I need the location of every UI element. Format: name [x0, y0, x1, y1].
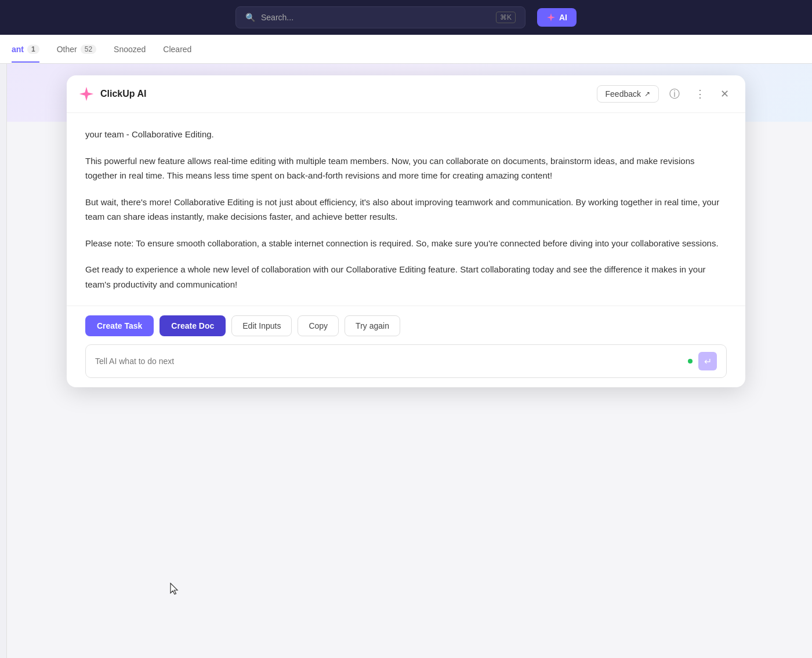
content-paragraph-1: your team - Collaborative Editing.	[85, 127, 727, 142]
modal-title-text: ClickUp AI	[100, 89, 146, 99]
edit-inputs-label: Edit Inputs	[242, 321, 281, 330]
create-doc-label: Create Doc	[171, 321, 214, 330]
ai-button[interactable]: AI	[537, 8, 577, 27]
copy-label: Copy	[309, 321, 328, 330]
edit-inputs-button[interactable]: Edit Inputs	[231, 315, 292, 336]
tab-ant[interactable]: ant 1	[12, 37, 39, 62]
sparkle-small-icon	[546, 13, 556, 22]
more-options-button[interactable]: ⋮	[690, 85, 710, 103]
try-again-button[interactable]: Try again	[345, 315, 400, 336]
tab-cleared-label: Cleared	[163, 45, 191, 54]
ai-button-label: AI	[559, 13, 567, 22]
modal-actions: Feedback ↗ ⓘ ⋮ ✕	[597, 85, 734, 103]
search-shortcut: ⌘K	[496, 12, 516, 23]
info-button[interactable]: ⓘ	[665, 85, 684, 103]
modal-body[interactable]: your team - Collaborative Editing. This …	[67, 113, 745, 306]
ellipsis-icon: ⋮	[695, 88, 705, 100]
external-link-icon: ↗	[644, 90, 650, 98]
copy-button[interactable]: Copy	[298, 315, 339, 336]
tab-snoozed[interactable]: Snoozed	[114, 37, 146, 62]
send-button[interactable]: ↵	[698, 352, 717, 370]
search-icon: 🔍	[245, 13, 255, 22]
content-paragraph-2: This powerful new feature allows real-ti…	[85, 154, 727, 183]
status-dot	[688, 359, 693, 363]
left-sidebar-partial	[0, 64, 7, 658]
cursor	[168, 583, 180, 599]
ai-input[interactable]	[95, 357, 682, 366]
try-again-label: Try again	[356, 321, 389, 330]
action-buttons: Create Task Create Doc Edit Inputs Copy …	[85, 315, 727, 336]
search-bar[interactable]: 🔍 Search... ⌘K	[235, 6, 525, 28]
clickup-ai-icon	[78, 86, 95, 102]
main-area: ClickUp AI Feedback ↗ ⓘ ⋮ ✕ your te	[0, 64, 812, 658]
modal-title: ClickUp AI	[78, 86, 146, 102]
content-paragraph-3: But wait, there's more! Collaborative Ed…	[85, 195, 727, 224]
close-button[interactable]: ✕	[716, 85, 734, 103]
send-icon: ↵	[704, 356, 712, 367]
create-task-label: Create Task	[97, 321, 142, 330]
content-paragraph-5: Get ready to experience a whole new leve…	[85, 262, 727, 292]
modal-footer: Create Task Create Doc Edit Inputs Copy …	[67, 306, 745, 387]
feedback-button[interactable]: Feedback ↗	[597, 85, 659, 103]
tab-cleared[interactable]: Cleared	[163, 37, 191, 62]
top-bar: 🔍 Search... ⌘K AI	[0, 0, 812, 35]
search-placeholder: Search...	[261, 13, 293, 22]
tab-ant-label: ant	[12, 45, 24, 54]
tab-other-badge: 52	[81, 45, 96, 54]
tab-other-label: Other	[57, 45, 77, 54]
ai-input-area[interactable]: ↵	[85, 344, 727, 378]
content-paragraph-4: Please note: To ensure smooth collaborat…	[85, 236, 727, 251]
modal-header: ClickUp AI Feedback ↗ ⓘ ⋮ ✕	[67, 75, 745, 113]
create-doc-button[interactable]: Create Doc	[160, 315, 226, 336]
ai-modal: ClickUp AI Feedback ↗ ⓘ ⋮ ✕ your te	[67, 75, 745, 387]
info-icon: ⓘ	[669, 88, 680, 100]
close-icon: ✕	[720, 88, 729, 100]
tab-ant-badge: 1	[27, 45, 39, 54]
feedback-label: Feedback	[606, 89, 641, 99]
tab-other[interactable]: Other 52	[57, 37, 96, 62]
create-task-button[interactable]: Create Task	[85, 315, 154, 336]
tabs-row: ant 1 Other 52 Snoozed Cleared	[0, 35, 812, 64]
tab-snoozed-label: Snoozed	[114, 45, 146, 54]
